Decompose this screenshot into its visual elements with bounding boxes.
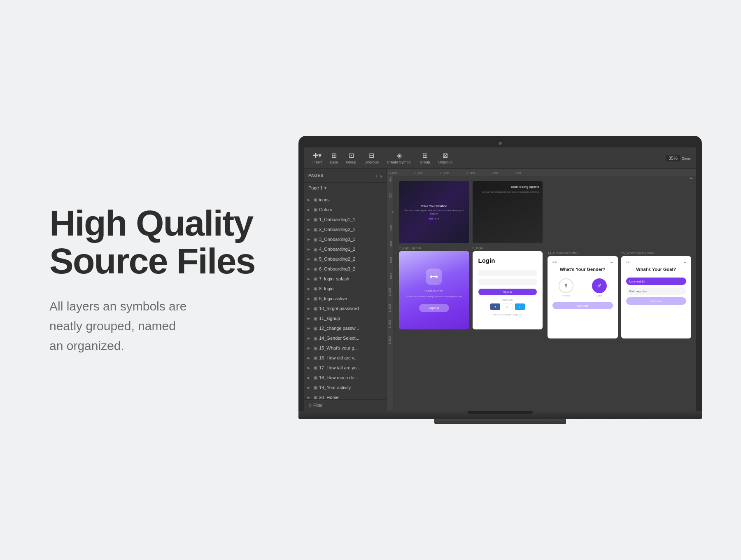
- layer-arrow-icon: ▶: [308, 208, 312, 212]
- layer-16[interactable]: ▶ ▣ 16_How old are y...: [304, 353, 386, 363]
- layer-8[interactable]: ▶ ▣ 8_login: [304, 284, 386, 294]
- female-icon: ♀: [559, 278, 573, 293]
- social-login-buttons: f G t: [478, 303, 537, 310]
- add-page-btn[interactable]: +: [375, 173, 378, 179]
- layer-arrow-icon: ▶: [308, 366, 312, 370]
- layer-icons[interactable]: ▶ ▣ icons: [304, 195, 386, 205]
- layer-2[interactable]: ▶ ▣ 2_Onboarding2_1: [304, 224, 386, 234]
- layer-arrow-icon: ▶: [308, 356, 312, 360]
- layer-12[interactable]: ▶ ▣ 12_change passw...: [304, 323, 386, 333]
- layer-artboard-icon: ▣: [313, 197, 317, 203]
- more-pages-btn[interactable]: ›: [380, 173, 382, 179]
- toolbar-data[interactable]: ⊞ Data: [327, 150, 341, 166]
- twitter-login-btn[interactable]: t: [515, 303, 525, 310]
- login-splash-screen: 9:41: [399, 251, 469, 329]
- layer-19[interactable]: ▶ ▣ 19_Your activity: [304, 383, 386, 392]
- svg-rect-3: [436, 275, 436, 278]
- layer-1[interactable]: ▶ ▣ 1_Onboarding1_1: [304, 215, 386, 224]
- layer-artboard-icon: ▣: [313, 237, 317, 242]
- laptop-screen: ✚▾ Insert ⊞ Data ⊡ Group ⊟: [304, 147, 696, 411]
- layer-18[interactable]: ▶ ▣ 18_How much do...: [304, 373, 386, 383]
- login-email-field[interactable]: [478, 270, 537, 276]
- toolbar-group[interactable]: ⊡ Group: [343, 150, 360, 166]
- layer-artboard-icon: ▣: [313, 306, 317, 311]
- login-password-field[interactable]: [478, 279, 537, 285]
- layer-colors[interactable]: ▶ ▣ Colors: [304, 205, 386, 215]
- layer-5[interactable]: ▶ ▣ 5_Onboarding2_2: [304, 254, 386, 264]
- screen-gender-wrapper: 14_Gender Selection 9:41 ▪▪▪ What's You: [548, 251, 618, 338]
- layer-artboard-icon: ▣: [313, 336, 317, 341]
- laptop: ✚▾ Insert ⊞ Data ⊡ Group ⊟: [298, 136, 702, 424]
- google-login-btn[interactable]: G: [503, 303, 513, 310]
- layer-artboard-icon: ▣: [313, 266, 317, 272]
- gender-screen-label: 14_Gender Selection: [548, 251, 618, 255]
- ruler-numbers: -1,600 -1,400 -1,200 -1,000 -800 -600: [388, 171, 521, 176]
- female-option[interactable]: ♀ Female: [559, 278, 573, 297]
- screen-login-splash-wrapper: 7_login_splash 9:41: [399, 246, 469, 329]
- layer-artboard-icon: ▣: [313, 345, 317, 351]
- sidebar-header-title: PAGES: [308, 173, 324, 178]
- male-icon: ♂: [592, 278, 607, 293]
- splash-signup-btn[interactable]: Sign Up: [419, 304, 449, 312]
- ungroup-icon: ⊟: [369, 152, 374, 159]
- layer-6[interactable]: ▶ ▣ 6_Onboarding3_2: [304, 264, 386, 274]
- layer-7[interactable]: ▶ ▣ 7_login_splash: [304, 274, 386, 284]
- layer-20[interactable]: ▶ ▣ 20_Home: [304, 392, 386, 399]
- pagination-dots: [402, 218, 466, 219]
- svg-rect-2: [431, 275, 432, 278]
- gender-screen: 9:41 ▪▪▪ What's Your Gender? ♀: [548, 256, 618, 338]
- screens-layout: Track Your Routine You can make a plan a…: [394, 176, 696, 411]
- layer-artboard-icon: ▣: [313, 207, 317, 212]
- facebook-login-btn[interactable]: f: [490, 303, 500, 310]
- layer-3[interactable]: ▶ ▣ 3_Onboarding3_1: [304, 234, 386, 244]
- screen-login-wrapper: 8_login Login Sign in: [473, 246, 543, 329]
- goals-continue-btn[interactable]: Continue: [626, 297, 687, 305]
- toolbar-create-symbol[interactable]: ◈ Create Symbol: [384, 150, 415, 166]
- sketch-app: ✚▾ Insert ⊞ Data ⊡ Group ⊟: [304, 147, 696, 411]
- gender-screen-header: 9:41 ▪▪▪: [552, 261, 613, 264]
- toolbar-group2[interactable]: ⊞ Group: [417, 150, 433, 166]
- register-link[interactable]: Need to Account? Sign Up: [478, 313, 537, 316]
- page-selector[interactable]: Page 1 ▾: [304, 183, 386, 193]
- layer-11[interactable]: ▶ ▣ 11_signup: [304, 313, 386, 323]
- goals-screen-label: 15_What's your goals?: [621, 251, 692, 255]
- sketch-canvas: -1,600 -1,400 -1,200 -1,000 -800 -600: [387, 169, 696, 411]
- goal-1-option[interactable]: Lose weight: [626, 278, 687, 285]
- gender-options: ♀ Female - ♂ Male: [552, 278, 613, 297]
- layer-17[interactable]: ▶ ▣ 17_How tall are yo...: [304, 363, 386, 373]
- toolbar-ungroup2[interactable]: ⊠ Ungroup: [435, 150, 456, 166]
- zoom-label: Zoom: [682, 156, 691, 161]
- ungroup2-icon: ⊠: [443, 152, 448, 159]
- layer-artboard-icon: ▣: [313, 296, 317, 301]
- layer-4[interactable]: ▶ ▣ 4_Onboarding1_2: [304, 244, 386, 254]
- layer-artboard-icon: ▣: [313, 227, 317, 232]
- dot-active: [429, 218, 433, 219]
- sketch-toolbar: ✚▾ Insert ⊞ Data ⊡ Group ⊟: [304, 147, 696, 169]
- layer-arrow-icon: ▶: [308, 218, 312, 222]
- login-btn[interactable]: Sign in: [478, 289, 537, 295]
- gender-separator: -: [582, 278, 584, 297]
- layer-artboard-icon: ▣: [313, 365, 317, 371]
- top-screens-row: Track Your Routine You can make a plan a…: [399, 181, 543, 243]
- sketch-sidebar: PAGES + › Page 1 ▾: [304, 169, 387, 411]
- layer-10[interactable]: ▶ ▣ 10_forgot password: [304, 303, 386, 313]
- layer-15[interactable]: ▶ ▣ 15_What's your g...: [304, 343, 386, 353]
- layer-arrow-icon: ▶: [308, 297, 312, 301]
- sketch-main: PAGES + › Page 1 ▾: [304, 169, 696, 411]
- layer-arrow-icon: ▶: [308, 287, 312, 291]
- sidebar-layers[interactable]: ▶ ▣ icons ▶ ▣ Colors ▶: [304, 193, 386, 399]
- layer-9[interactable]: ▶ ▣ 9_login-active: [304, 294, 386, 303]
- goal-2-option[interactable]: Gain muscles: [626, 287, 687, 295]
- left-content: High Quality Source Files All layers an …: [25, 204, 280, 356]
- gender-title: What's Your Gender?: [552, 267, 613, 272]
- male-option[interactable]: ♂ Male: [592, 278, 607, 297]
- laptop-notch: [467, 411, 533, 414]
- dumbbell-icon: [430, 273, 438, 281]
- gender-continue-btn[interactable]: Continue: [552, 302, 613, 309]
- toolbar-ungroup[interactable]: ⊟ Ungroup: [361, 150, 382, 166]
- layer-artboard-icon: ▣: [313, 395, 317, 400]
- toolbar-insert[interactable]: ✚▾ Insert: [309, 150, 325, 166]
- layer-14[interactable]: ▶ ▣ 14_Gender Select...: [304, 333, 386, 343]
- filter-label: Filter: [313, 403, 322, 408]
- layer-arrow-icon: ▶: [308, 228, 312, 231]
